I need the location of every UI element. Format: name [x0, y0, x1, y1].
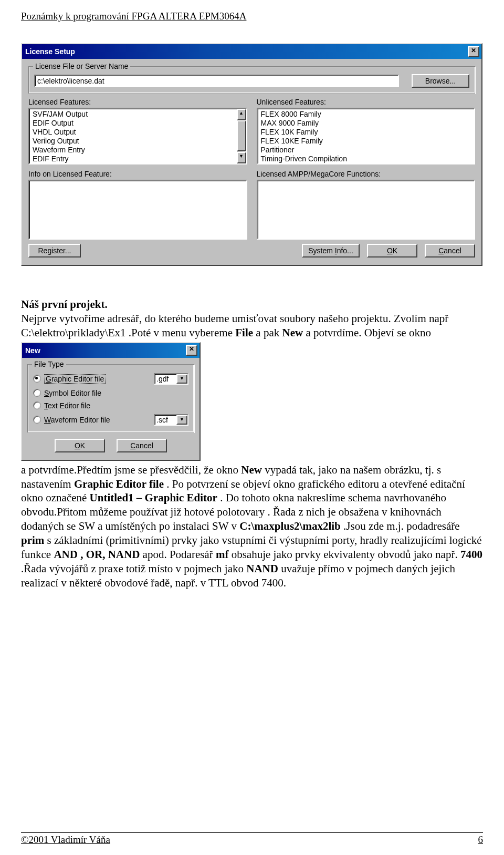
scroll-down-icon[interactable]: ▼ [237, 152, 246, 163]
cancel-button[interactable]: Cancel [425, 244, 475, 257]
footer-left: ©2001 Vladimír Váňa [21, 834, 110, 846]
page-number: 6 [478, 834, 484, 846]
close-icon[interactable]: ✕ [186, 345, 197, 356]
titlebar: New ✕ [22, 343, 200, 358]
list-item: Verilog Output [33, 137, 245, 146]
groupbox-file-type: File Type [32, 360, 66, 368]
list-item: FLEX 10K Family [261, 128, 474, 137]
list-item: MAX 9000 Family [261, 119, 474, 128]
licensed-features-label: Licensed Features: [28, 98, 247, 106]
chevron-down-icon[interactable]: ▼ [176, 374, 187, 384]
system-info-button[interactable]: System Info... [302, 244, 360, 257]
ok-button[interactable]: OK [55, 439, 105, 452]
paragraph: Nejprve vytvoříme adresář, do kterého bu… [21, 312, 483, 340]
chevron-down-icon[interactable]: ▼ [176, 415, 187, 425]
ext-value: .scf [156, 416, 168, 424]
radio-label: Symbol Editor file [44, 389, 101, 397]
info-licensed-feature-box [28, 180, 247, 240]
radio-symbol-editor[interactable] [33, 389, 41, 397]
dialog-title: New [25, 346, 40, 355]
license-setup-dialog: License Setup ✕ License File or Server N… [21, 43, 482, 266]
list-item: FLEX 8000 Family [261, 110, 474, 119]
radio-text-editor[interactable] [33, 401, 41, 409]
scroll-up-icon[interactable]: ▲ [237, 109, 246, 120]
list-item: EDIF Entry [33, 154, 245, 163]
ampp-functions-box [257, 180, 476, 240]
list-item: FLEX 10KE Family [261, 137, 474, 146]
list-item: SVF/JAM Output [33, 110, 245, 119]
register-button[interactable]: Register... [28, 244, 81, 257]
titlebar: License Setup ✕ [22, 44, 481, 59]
license-path-input[interactable]: c:\elektro\license.dat [34, 75, 399, 87]
info-licensed-feature-label: Info on Licensed Feature: [28, 170, 247, 178]
groupbox-license-file: License File or Server Name [33, 62, 130, 70]
licensed-features-list[interactable]: SVF/JAM Output EDIF Output VHDL Output V… [28, 108, 247, 164]
radio-label: Waveform Editor file [44, 416, 110, 424]
register-label: Register... [38, 246, 71, 255]
ok-button[interactable]: OK [367, 244, 417, 257]
ext-value: .gdf [156, 375, 169, 383]
radio-label: Text Editor file [44, 401, 90, 410]
dialog-title: License Setup [25, 47, 75, 56]
radio-label: Graphic Editor file [44, 374, 106, 384]
scrollbar[interactable]: ▲ ▼ [237, 109, 246, 163]
ext-gdf-select[interactable]: .gdf ▼ [154, 373, 188, 385]
radio-waveform-editor[interactable] [33, 416, 41, 424]
scroll-thumb[interactable] [237, 120, 246, 151]
page-footer: ©2001 Vladimír Váňa 6 [21, 832, 483, 846]
ampp-label: Licensed AMPP/MegaCore Functions: [257, 170, 476, 178]
radio-graphic-editor[interactable] [33, 375, 41, 383]
list-item: VHDL Output [33, 128, 245, 137]
list-item: Waveform Entry [33, 146, 245, 154]
list-item: VHDL Entry [33, 163, 245, 164]
ext-scf-select[interactable]: .scf ▼ [154, 414, 188, 426]
list-item: Timing-Driven Compilation [261, 154, 474, 163]
section-heading: Náš první projekt. [21, 297, 483, 312]
close-icon[interactable]: ✕ [468, 46, 479, 57]
unlicensed-features-list[interactable]: FLEX 8000 Family MAX 9000 Family FLEX 10… [257, 108, 476, 164]
new-dialog: New ✕ File Type Graphic Editor file .gdf… [21, 342, 201, 461]
cancel-button[interactable]: Cancel [117, 439, 167, 452]
paragraph: a potvrdíme.Předtím jsme se přesvědčili,… [21, 463, 483, 590]
page-header: Poznámky k programování FPGA ALTERA EPM3… [21, 11, 483, 22]
list-item: Partitioner [261, 146, 474, 154]
unlicensed-features-label: Unlicensed Features: [257, 98, 476, 106]
list-item: EDIF Output [33, 119, 245, 128]
browse-button[interactable]: Browse... [412, 74, 469, 88]
browse-label: Browse... [425, 77, 456, 85]
